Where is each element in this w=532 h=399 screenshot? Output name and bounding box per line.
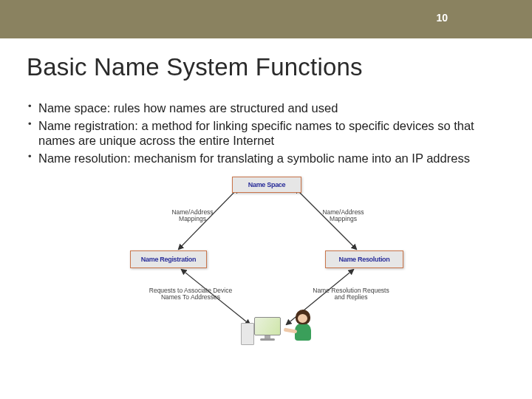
header-bar: 10 [0,0,532,38]
label-mappings-left: Name/Address Mappings [161,209,224,224]
bullet-item: Name registration: a method for linking … [27,118,505,149]
slide-title: Basic Name System Functions [27,53,505,81]
slide-content: Basic Name System Functions Name space: … [0,38,532,352]
label-mappings-right: Name/Address Mappings [312,209,375,224]
box-name-registration: Name Registration [130,250,207,268]
computer-icon [251,317,284,347]
diagram: Name Space Name Registration Name Resolu… [111,169,421,352]
box-name-space: Name Space [232,177,301,193]
slide-number: 10 [436,12,448,24]
box-name-resolution: Name Resolution [325,250,403,268]
bullet-item: Name space: rules how names are structur… [27,100,505,116]
label-requests-right: Name Resolution Requests and Replies [307,287,395,302]
bullet-item: Name resolution: mechanism for translati… [27,151,505,166]
bullet-list: Name space: rules how names are structur… [27,100,505,166]
label-requests-left: Requests to Associate Device Names To Ad… [146,287,235,302]
